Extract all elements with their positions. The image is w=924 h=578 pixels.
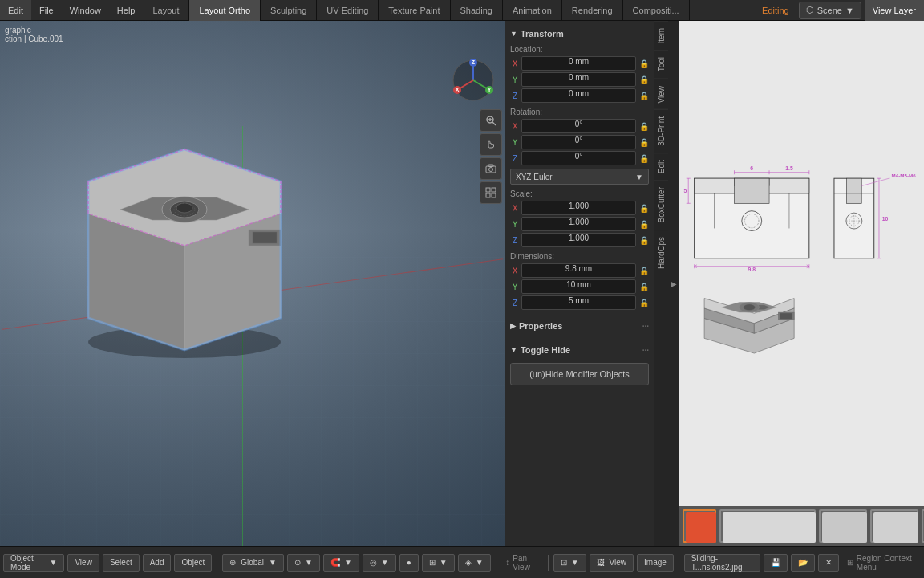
view-layer-button[interactable]: View Layer: [865, 0, 924, 21]
sx-label: X: [510, 204, 520, 213]
lock-sz-icon[interactable]: 🔒: [639, 236, 649, 245]
svg-text:6: 6: [750, 165, 753, 171]
object-mode-dropdown[interactable]: Object Mode ▼: [3, 554, 64, 572]
filename-btn[interactable]: Sliding-T...nsions2.jpg: [684, 554, 760, 572]
zoom-in-tool[interactable]: [480, 109, 502, 132]
rotation-x-field[interactable]: 0°: [521, 119, 636, 133]
tab-boxcutter[interactable]: BoxCutter: [654, 180, 668, 229]
tab-animation[interactable]: Animation: [503, 0, 562, 21]
rotation-z-field[interactable]: 0°: [521, 151, 636, 165]
tab-compositing[interactable]: Compositi...: [623, 0, 690, 21]
dim-y-field[interactable]: 10 mm: [521, 279, 636, 294]
scale-y-field[interactable]: 1.000: [521, 217, 636, 231]
image-view-icon: 🖼: [597, 558, 605, 567]
3d-object-tnut: [40, 85, 329, 390]
grab-tool[interactable]: [480, 133, 502, 156]
menu-help[interactable]: Help: [109, 0, 144, 20]
properties-section: ▶ Properties ···: [510, 318, 649, 334]
tab-tool[interactable]: Tool: [654, 50, 668, 78]
thumbnail-1[interactable]: [683, 509, 716, 543]
pivot-icon: ⊙: [294, 558, 301, 567]
image-mode-btn[interactable]: ⊡ ▼: [553, 554, 586, 572]
tab-view[interactable]: View: [654, 79, 668, 110]
image-open-btn[interactable]: 📂: [791, 554, 815, 572]
view-menu-btn[interactable]: View: [67, 554, 99, 572]
lock-sy-icon[interactable]: 🔒: [639, 220, 649, 229]
toggle-hide-header[interactable]: ▼ Toggle Hide ···: [510, 342, 649, 358]
lock-ry-icon[interactable]: 🔒: [639, 138, 649, 147]
tab-3dprint[interactable]: 3D-Print: [654, 109, 668, 153]
grid-view-tool[interactable]: [480, 181, 502, 204]
camera-tool[interactable]: [480, 157, 502, 180]
location-z-field[interactable]: 0 mm: [521, 88, 636, 103]
lock-y-icon[interactable]: 🔒: [639, 75, 649, 84]
toggle-hide-triangle: ▼: [510, 346, 517, 354]
object-menu-btn[interactable]: Object: [174, 554, 212, 572]
scale-x-field[interactable]: 1.000: [521, 201, 636, 215]
tab-uv-editing[interactable]: UV Editing: [317, 0, 379, 21]
editing-label: Editing: [756, 6, 796, 15]
viewport-xray-btn[interactable]: ◈ ▼: [458, 554, 491, 572]
lock-z-icon[interactable]: 🔒: [639, 92, 649, 100]
menu-window[interactable]: Window: [62, 0, 109, 20]
image-close-btn[interactable]: ✕: [818, 554, 839, 572]
image-menu-btn[interactable]: Image: [637, 554, 674, 572]
scale-z-field[interactable]: 1.000: [521, 233, 636, 247]
dim-x-field[interactable]: 9.8 mm: [521, 263, 636, 278]
lock-x-icon[interactable]: 🔒: [639, 59, 649, 68]
tab-shading[interactable]: Shading: [451, 0, 503, 21]
tab-edit[interactable]: Edit: [654, 153, 668, 180]
location-x-row: X 0 mm 🔒: [510, 56, 649, 71]
pivot-btn[interactable]: ⊙ ▼: [287, 554, 320, 572]
tab-texture-paint[interactable]: Texture Paint: [379, 0, 450, 21]
side-tabs: Item Tool View 3D-Print Edit BoxCutter H…: [654, 21, 668, 546]
dim-z-field[interactable]: 5 mm: [521, 295, 636, 310]
scene-selector[interactable]: ⬡ Scene ▼: [799, 2, 861, 19]
thumbnail-2[interactable]: [719, 509, 816, 543]
unhide-button[interactable]: (un)Hide Modifier Objects: [510, 363, 649, 385]
svg-rect-44: [734, 178, 769, 203]
viewport-3d[interactable]: graphic ction | Cube.001 Z Y X: [0, 21, 505, 546]
proportional-btn[interactable]: ◎ ▼: [363, 554, 396, 572]
lock-sx-icon[interactable]: 🔒: [639, 204, 649, 213]
lock-rz-icon[interactable]: 🔒: [639, 154, 649, 163]
menu-file[interactable]: File: [31, 0, 62, 20]
panel-collapse-arrow[interactable]: ▶: [668, 21, 679, 546]
image-save-btn[interactable]: 💾: [764, 554, 788, 572]
tab-sculpting[interactable]: Sculpting: [261, 0, 317, 21]
toggle-hide-label: Toggle Hide: [521, 345, 570, 355]
menu-edit[interactable]: Edit: [0, 0, 31, 20]
image-view-btn[interactable]: 🖼 View: [590, 554, 634, 572]
rotation-y-field[interactable]: 0°: [521, 135, 636, 149]
location-y-field[interactable]: 0 mm: [521, 72, 636, 87]
lock-rx-icon[interactable]: 🔒: [639, 122, 649, 131]
tab-rendering[interactable]: Rendering: [562, 0, 623, 21]
snap-btn[interactable]: 🧲 ▼: [323, 554, 359, 572]
transform-space[interactable]: ⊕ Global ▼: [222, 554, 284, 572]
thumbnail-4[interactable]: [870, 509, 918, 543]
viewport-overlay-btn[interactable]: ⊞ ▼: [422, 554, 455, 572]
rotation-x-row: X 0° 🔒: [510, 119, 649, 133]
euler-dropdown[interactable]: XYZ Euler ▼: [510, 169, 649, 185]
xray-arrow: ▼: [476, 558, 484, 567]
tab-hardops[interactable]: HardOps: [654, 230, 668, 275]
tab-layout[interactable]: Layout: [143, 0, 189, 21]
tab-layout-ortho[interactable]: Layout Ortho: [189, 0, 261, 21]
image-view[interactable]: 6 1.5 5 9.8: [679, 21, 924, 506]
lock-dy-icon[interactable]: 🔒: [639, 283, 649, 291]
location-x-field[interactable]: 0 mm: [521, 56, 636, 71]
axis-widget[interactable]: Z Y X: [449, 56, 497, 104]
svg-rect-63: [847, 178, 862, 203]
thumbnail-3[interactable]: [819, 509, 867, 543]
rz-label: Z: [510, 154, 520, 163]
transform-header[interactable]: ▼ Transform: [510, 26, 649, 42]
viewport-shading-btn[interactable]: ●: [399, 554, 419, 572]
tab-item[interactable]: Item: [654, 21, 668, 50]
lock-dx-icon[interactable]: 🔒: [639, 267, 649, 275]
add-menu-btn[interactable]: Add: [143, 554, 172, 572]
location-z-row: Z 0 mm 🔒: [510, 88, 649, 103]
svg-text:Z: Z: [472, 59, 476, 65]
lock-dz-icon[interactable]: 🔒: [639, 299, 649, 307]
properties-header[interactable]: ▶ Properties ···: [510, 318, 649, 334]
select-menu-btn[interactable]: Select: [103, 554, 140, 572]
